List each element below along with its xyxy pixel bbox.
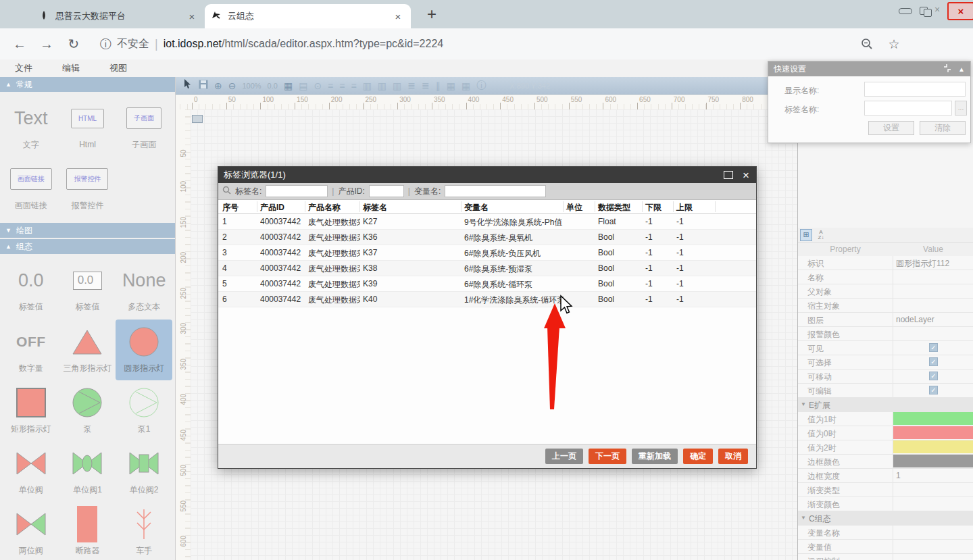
column-header[interactable]: 数据类型: [598, 202, 630, 213]
grid-icon[interactable]: ▦: [284, 80, 293, 91]
dialog-close-icon[interactable]: ×: [743, 170, 749, 181]
property-checkbox[interactable]: ✓: [929, 386, 938, 394]
dialog-button-1[interactable]: 下一页: [589, 449, 626, 464]
menu-item-0[interactable]: 文件: [0, 62, 47, 74]
keypad2-icon[interactable]: ▦: [461, 80, 470, 91]
palette-item[interactable]: None多态文本: [116, 258, 172, 319]
property-checkbox[interactable]: ✓: [929, 343, 938, 352]
site-info-icon[interactable]: ⓘ: [100, 36, 111, 52]
display-name-input[interactable]: [864, 82, 966, 97]
color-swatch[interactable]: [893, 426, 973, 439]
column-header[interactable]: 变量名: [464, 202, 489, 213]
table-row[interactable]: 6400037442废气处理数据采集K401#化学洗涤除臭系统-循环泵Bool-…: [218, 292, 756, 307]
find-icon[interactable]: ⊙: [314, 80, 322, 91]
palette-item[interactable]: 0.0标签值: [59, 258, 116, 319]
palette-section-2[interactable]: ▲组态: [0, 239, 175, 254]
property-group-row[interactable]: ▼C组态: [798, 511, 973, 526]
property-row[interactable]: 值为0时: [798, 426, 973, 440]
property-row[interactable]: 边框颜色: [798, 455, 973, 469]
palette-item[interactable]: 矩形指示灯: [3, 380, 59, 441]
keypad-icon[interactable]: ▦: [447, 80, 455, 91]
dock-icon[interactable]: [943, 64, 951, 74]
menu-item-1[interactable]: 编辑: [47, 62, 95, 74]
palette-item[interactable]: 三角形指示灯: [59, 320, 116, 380]
column-header[interactable]: 上限: [676, 202, 693, 213]
same-width-icon[interactable]: ≣: [407, 80, 416, 91]
collapse-icon[interactable]: ▲: [958, 66, 965, 73]
pause-icon[interactable]: ∥: [436, 80, 441, 91]
property-row[interactable]: 图层nodeLayer: [798, 313, 973, 327]
color-swatch[interactable]: [893, 455, 973, 467]
sort-az-icon[interactable]: AZ↓: [815, 229, 827, 241]
tag-name-input[interactable]: [864, 101, 952, 116]
property-row[interactable]: 名称: [798, 270, 973, 284]
column-header[interactable]: 下限: [645, 202, 662, 213]
align-bottom-icon[interactable]: ▥: [393, 80, 401, 91]
property-row[interactable]: 可见✓: [798, 341, 973, 355]
column-header[interactable]: 产品名称: [308, 202, 341, 213]
property-row[interactable]: 远程控制: [798, 554, 973, 560]
palette-item[interactable]: Text文字: [3, 96, 59, 157]
search-field-input[interactable]: [445, 185, 546, 197]
forward-button[interactable]: →: [36, 28, 57, 59]
dialog-button-3[interactable]: 确定: [683, 449, 713, 464]
property-row[interactable]: 标识圆形指示灯112: [798, 256, 973, 270]
window-minimize-button[interactable]: [896, 3, 915, 19]
palette-item[interactable]: 报警控件报警控件: [59, 157, 116, 218]
property-row[interactable]: 边框宽度1: [798, 469, 973, 483]
property-row[interactable]: 渐变类型: [798, 483, 973, 497]
property-row[interactable]: 可移动✓: [798, 370, 973, 384]
palette-section-0[interactable]: ▲常规: [0, 77, 175, 92]
palette-item[interactable]: 子画面子画面: [116, 96, 172, 157]
palette-item[interactable]: 画面链接画面链接: [3, 157, 59, 218]
palette-item[interactable]: 单位阀: [3, 441, 59, 502]
column-header[interactable]: 单位: [566, 202, 582, 213]
palette-item[interactable]: 两位阀: [3, 502, 59, 560]
dialog-button-4[interactable]: 取消: [718, 449, 748, 464]
group-collapse-icon[interactable]: ▼: [801, 401, 806, 407]
align-center-icon[interactable]: ≡: [339, 80, 345, 91]
align-right-icon[interactable]: ≡: [351, 80, 356, 91]
align-top-icon[interactable]: ▥: [363, 80, 372, 91]
save-icon[interactable]: [199, 80, 208, 92]
palette-item[interactable]: 泵1: [116, 380, 172, 441]
search-field-input[interactable]: [369, 185, 404, 197]
property-row[interactable]: 父对象: [798, 284, 973, 299]
back-button[interactable]: ←: [9, 28, 30, 59]
property-row[interactable]: 可选择✓: [798, 355, 973, 370]
palette-item[interactable]: 单位阀1: [59, 441, 116, 502]
property-checkbox[interactable]: ✓: [929, 372, 938, 380]
table-row[interactable]: 4400037442废气处理数据采集K386#除臭系统-预湿泵Bool-1-1: [218, 261, 756, 276]
column-header[interactable]: 序号: [222, 202, 239, 213]
zoom-out-icon[interactable]: ⊖: [228, 80, 236, 91]
property-row[interactable]: 可编辑✓: [798, 384, 973, 398]
window-restore-button[interactable]: [916, 3, 935, 19]
dialog-title-bar[interactable]: 标签浏览器(1/1) ×: [218, 167, 756, 183]
palette-item[interactable]: 车手: [116, 502, 172, 560]
bookmark-star-icon[interactable]: ☆: [884, 28, 904, 59]
palette-item[interactable]: 断路器: [59, 502, 116, 560]
property-value[interactable]: 圆形指示灯112: [896, 258, 949, 270]
palette-section-1[interactable]: ▼绘图: [0, 223, 175, 238]
quick-settings-header[interactable]: 快速设置 ▲: [768, 61, 970, 76]
property-value[interactable]: nodeLayer: [896, 315, 934, 324]
color-swatch[interactable]: [893, 440, 973, 453]
zoom-in-icon[interactable]: ⊕: [214, 80, 222, 91]
property-row[interactable]: 值为2时: [798, 440, 973, 455]
dialog-maximize-icon[interactable]: [724, 171, 733, 179]
property-row[interactable]: 变量值: [798, 540, 973, 554]
search-field-input[interactable]: [266, 185, 328, 197]
table-row[interactable]: 1400037442废气处理数据采集K279号化学洗涤除臭系统-Ph值Float…: [218, 214, 756, 230]
palette-item[interactable]: 0.0标签值: [3, 258, 59, 319]
column-header[interactable]: 产品ID: [260, 202, 284, 213]
browser-tab[interactable]: 云组态×: [205, 4, 411, 28]
align-middle-icon[interactable]: ▥: [378, 80, 386, 91]
address-bar[interactable]: ⓘ 不安全 | iot.idosp.net/html/scada/editor.…: [100, 28, 443, 59]
column-header[interactable]: 标签名: [363, 202, 387, 213]
palette-item[interactable]: 圆形指示灯: [116, 320, 172, 380]
categorize-icon[interactable]: ⊞: [800, 229, 812, 241]
property-checkbox[interactable]: ✓: [929, 357, 938, 366]
property-row[interactable]: 变量名称: [798, 526, 973, 540]
canvas-element[interactable]: [192, 115, 203, 123]
info-icon[interactable]: ⓘ: [476, 80, 486, 92]
